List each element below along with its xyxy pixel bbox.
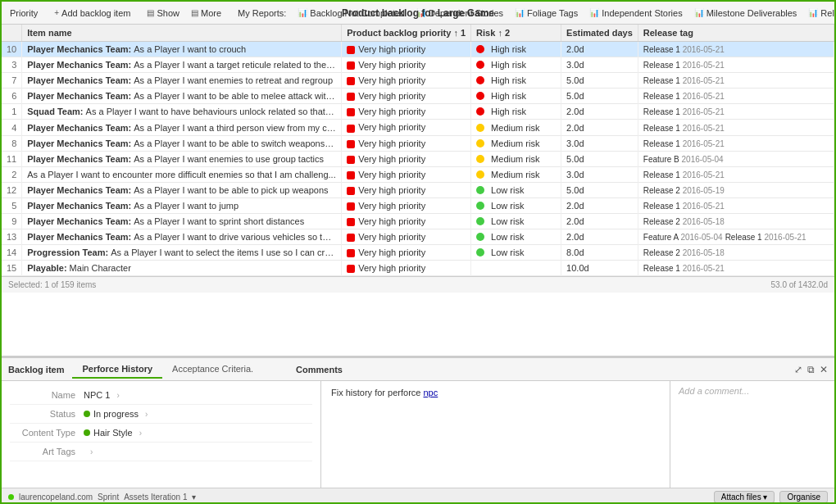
online-dot — [8, 494, 14, 500]
table-row[interactable]: 10Player Mechanics Team: As a Player I w… — [2, 42, 834, 57]
table-row[interactable]: 11Player Mechanics Team: As a Player I w… — [2, 151, 834, 166]
toolbar-independent-stories[interactable]: 📊 Independent Stories — [586, 7, 685, 20]
comment-input[interactable]: Add a comment... — [679, 386, 826, 396]
tab-perforce-history[interactable]: Perforce History — [72, 361, 162, 379]
toolbar-priority[interactable]: Priority — [7, 7, 41, 20]
row-release: Feature B 2016-05-04 — [638, 151, 834, 166]
field-content-type-arrow[interactable]: › — [139, 429, 142, 438]
toolbar-title: Product backlog for Large Game — [342, 7, 494, 19]
row-number: 2 — [2, 166, 22, 182]
row-number: 12 — [2, 182, 22, 198]
col-risk[interactable]: Risk ↑ 2 — [471, 25, 561, 42]
col-priority[interactable]: Product backlog priority ↑ 1 — [342, 25, 471, 42]
row-number: 6 — [2, 89, 22, 104]
row-priority: Very high priority — [342, 57, 471, 73]
row-days: 5.0d — [561, 182, 638, 198]
table-row[interactable]: 8Player Mechanics Team: As a Player I wa… — [2, 135, 834, 151]
col-release[interactable]: Release tag — [638, 25, 834, 42]
row-days: 10.0d — [561, 261, 638, 276]
toolbar-foliage-tags[interactable]: 📊 Foliage Tags — [511, 7, 581, 20]
row-item-name: Playable: Main Character — [22, 261, 342, 276]
table-row[interactable]: 15Playable: Main CharacterVery high prio… — [2, 261, 834, 276]
row-days: 5.0d — [561, 151, 638, 166]
table-row[interactable]: 14Progression Team: As a Player I want t… — [2, 245, 834, 261]
chart-icon-3: 📊 — [515, 8, 525, 17]
row-priority: Very high priority — [342, 89, 471, 104]
row-priority: Very high priority — [342, 151, 471, 166]
row-item-name: Player Mechanics Team: As a Player I wan… — [22, 42, 342, 57]
iteration-arrow[interactable]: ▾ — [192, 493, 196, 502]
row-release: Release 1 2016-05-21 — [638, 261, 834, 276]
table-row[interactable]: 3Player Mechanics Team: As a Player I wa… — [2, 57, 834, 73]
table-row[interactable]: 9Player Mechanics Team: As a Player I wa… — [2, 214, 834, 229]
field-art-tags-arrow[interactable]: › — [90, 447, 93, 456]
toolbar-more[interactable]: ▤ More — [188, 7, 225, 20]
table-row[interactable]: 12Player Mechanics Team: As a Player I w… — [2, 182, 834, 198]
row-days: 5.0d — [561, 89, 638, 104]
toolbar-add-backlog[interactable]: + Add backlog item — [51, 7, 134, 20]
row-priority: Very high priority — [342, 261, 471, 276]
row-risk: High risk — [471, 73, 561, 89]
col-days[interactable]: Estimated days — [561, 25, 638, 42]
row-risk: Medium risk — [471, 120, 561, 135]
row-risk: Medium risk — [471, 166, 561, 182]
table-row[interactable]: 6Player Mechanics Team: As a Player I wa… — [2, 89, 834, 104]
row-number: 7 — [2, 73, 22, 89]
plus-icon: + — [54, 8, 59, 17]
comments-label: Comments — [296, 365, 343, 375]
field-content-type-value[interactable]: Hair Style › — [84, 428, 312, 438]
row-number: 5 — [2, 198, 22, 213]
row-release: Release 1 2016-05-21 — [638, 120, 834, 135]
perforce-fix-text: Fix history for perforce npc — [331, 388, 660, 397]
panel-fields: Name NPC 1 › Status In progress › Conte — [2, 381, 321, 488]
row-risk — [471, 261, 561, 276]
organise-btn[interactable]: Organise — [779, 491, 828, 503]
field-status-value[interactable]: In progress › — [84, 409, 312, 419]
row-item-name: Player Mechanics Team: As a Player I wan… — [22, 182, 342, 198]
toolbar-release1-status[interactable]: 📊 Release 1 Status — [805, 7, 836, 20]
row-number: 3 — [2, 57, 22, 73]
row-item-name: Squad Team: As a Player I want to have b… — [22, 104, 342, 120]
panel-perforce: Fix history for perforce npc — [321, 381, 670, 488]
table-row[interactable]: 1Squad Team: As a Player I want to have … — [2, 104, 834, 120]
chart-icon-5: 📊 — [694, 8, 704, 17]
row-days: 2.0d — [561, 198, 638, 213]
table-footer: Selected: 1 of 159 items 53.0 of 1432.0d — [2, 276, 834, 293]
bottom-panel-body: Name NPC 1 › Status In progress › Conte — [2, 381, 834, 488]
table-row[interactable]: 5Player Mechanics Team: As a Player I wa… — [2, 198, 834, 213]
row-number: 9 — [2, 214, 22, 229]
detach-panel-btn[interactable]: ⧉ — [807, 364, 815, 375]
row-number: 15 — [2, 261, 22, 276]
row-number: 11 — [2, 151, 22, 166]
field-art-tags-value[interactable]: › — [84, 447, 312, 456]
table-row[interactable]: 7Player Mechanics Team: As a Player I wa… — [2, 73, 834, 89]
bottom-panel: Backlog item Perforce History Acceptance… — [2, 356, 834, 488]
row-release: Release 2 2016-05-19 — [638, 182, 834, 198]
row-item-name: Progression Team: As a Player I want to … — [22, 245, 342, 261]
row-priority: Very high priority — [342, 73, 471, 89]
row-priority: Very high priority — [342, 182, 471, 198]
close-panel-btn[interactable]: ✕ — [820, 364, 828, 375]
show-icon: ▤ — [147, 8, 154, 17]
tab-acceptance-criteria[interactable]: Acceptance Criteria. — [162, 361, 263, 379]
table-row[interactable]: 13Player Mechanics Team: As a Player I w… — [2, 229, 834, 245]
toolbar: Product backlog for Large Game Priority … — [2, 2, 834, 25]
col-item-name[interactable]: Item name — [22, 25, 342, 42]
table-row[interactable]: 4Player Mechanics Team: As a Player I wa… — [2, 120, 834, 135]
toolbar-milestone-deliverables[interactable]: 📊 Milestone Deliverables — [691, 7, 801, 20]
iteration-label[interactable]: Assets Iteration 1 — [124, 493, 187, 502]
perforce-link[interactable]: npc — [423, 388, 438, 397]
table-row[interactable]: 2As a Player I want to encounter more di… — [2, 166, 834, 182]
row-days: 3.0d — [561, 57, 638, 73]
content-type-dot — [84, 429, 90, 436]
row-release: Release 1 2016-05-21 — [638, 166, 834, 182]
row-risk: Low risk — [471, 182, 561, 198]
status-right: Attach files ▾ Organise — [714, 491, 828, 503]
attach-files-btn[interactable]: Attach files ▾ — [714, 491, 775, 503]
row-priority: Very high priority — [342, 135, 471, 151]
row-release: Release 1 2016-05-21 — [638, 104, 834, 120]
field-status-arrow[interactable]: › — [145, 410, 148, 419]
expand-panel-btn[interactable]: ⤢ — [794, 364, 802, 375]
toolbar-show[interactable]: ▤ Show — [143, 7, 183, 20]
field-name-arrow[interactable]: › — [116, 391, 119, 400]
